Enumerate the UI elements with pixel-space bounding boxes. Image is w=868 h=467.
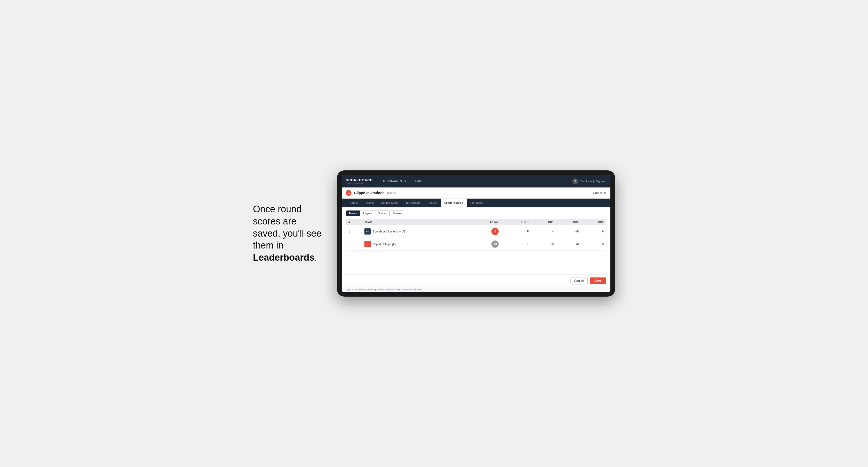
rd3-1: -6 <box>581 225 606 238</box>
save-button[interactable]: Save <box>590 277 606 284</box>
tab-details[interactable]: Details <box>346 198 362 207</box>
col-header-rank: # <box>346 219 362 225</box>
desc-line3: saved, you'll see <box>253 228 321 239</box>
user-text: Test User | <box>580 180 594 183</box>
tab-teams[interactable]: Teams <box>362 198 377 207</box>
nav-link-tournaments[interactable]: TOURNAMENTS <box>379 175 409 187</box>
sub-tab-players[interactable]: Players <box>360 211 375 216</box>
tab-printables[interactable]: Printables <box>467 198 487 207</box>
thru-1: F <box>501 225 531 238</box>
table-row: 2 C Clippd College [A] +3 <box>346 238 606 251</box>
col-header-rd2: RD2 <box>556 219 582 225</box>
tournament-header: C Clippd Invitational (Men) Cancel ✕ <box>342 187 610 198</box>
table-header-row: # TEAM TOTAL THRU RD1 RD2 RD3 <box>346 219 606 225</box>
logo-sub: Powered by clippd <box>346 182 373 184</box>
tournament-title: Clippd Invitational <box>354 191 385 195</box>
nav-links: TOURNAMENTS TEAMS <box>379 175 572 187</box>
team-name-2: Clippd College [A] <box>373 243 396 246</box>
nav-right: S Test User | Sign out <box>572 179 606 184</box>
tournament-subtitle: (Men) <box>387 191 396 195</box>
desc-line4: them in <box>253 240 283 251</box>
logo-title: SCOREBOARD <box>346 178 373 182</box>
content-spacer <box>342 254 610 274</box>
tab-leaderboards[interactable]: Leaderboards <box>441 198 467 207</box>
desc-line2: scores are <box>253 216 297 226</box>
sub-tab-teams[interactable]: Teams <box>346 211 360 216</box>
col-header-team: TEAM <box>362 219 468 225</box>
page-wrapper: Once round scores are saved, you'll see … <box>253 170 615 297</box>
col-header-total: TOTAL <box>468 219 501 225</box>
desc-line1: Once round <box>253 204 302 214</box>
team-cell-1: SU Scoreboard University [A] <box>362 225 468 238</box>
desc-line5-bold: Leaderboards <box>253 252 314 263</box>
total-1: -5 <box>468 225 501 238</box>
sub-tabs: Teams Players Scores Strokes <box>346 211 606 216</box>
tournament-cancel-button[interactable]: Cancel ✕ <box>593 191 606 195</box>
total-2: +3 <box>468 238 501 251</box>
rd3-2: +3 <box>581 238 606 251</box>
rd1-2: +8 <box>531 238 556 251</box>
signout-link[interactable]: Sign out <box>596 180 606 183</box>
tablet-device: SCOREBOARD Powered by clippd TOURNAMENTS… <box>337 170 615 297</box>
desc-period: . <box>314 252 317 263</box>
sub-tab-strokes[interactable]: Strokes <box>390 211 405 216</box>
col-header-rd1: RD1 <box>531 219 556 225</box>
nav-link-teams[interactable]: TEAMS <box>409 175 427 187</box>
status-url: https://stage-blue-coach.stagescoreboard… <box>346 288 422 291</box>
team-cell-2: C Clippd College [A] <box>362 238 468 251</box>
nav-bar: SCOREBOARD Powered by clippd TOURNAMENTS… <box>342 175 610 187</box>
tab-course-setup[interactable]: Course Setup <box>377 198 402 207</box>
thru-2: F <box>501 238 531 251</box>
footer-bar: Cancel Save <box>342 274 610 287</box>
cancel-button[interactable]: Cancel <box>570 277 588 284</box>
avatar: S <box>572 179 578 184</box>
col-header-rd3: RD3 <box>581 219 606 225</box>
tournament-logo: C <box>346 190 351 196</box>
team-logo-2: C <box>365 241 371 247</box>
status-bar: https://stage-blue-coach.stagescoreboard… <box>342 287 610 292</box>
rank-2: 2 <box>346 238 362 251</box>
rd2-1: +5 <box>556 225 582 238</box>
sub-tab-scores[interactable]: Scores <box>375 211 390 216</box>
team-logo-1: SU <box>365 228 371 235</box>
tabs-bar: Details Teams Course Setup Tee Groups Re… <box>342 198 610 207</box>
tab-tee-groups[interactable]: Tee Groups <box>402 198 424 207</box>
col-header-thru: THRU <box>501 219 531 225</box>
table-row: 1 SU Scoreboard University [A] -5 <box>346 225 606 238</box>
rd1-1: -4 <box>531 225 556 238</box>
team-name-1: Scoreboard University [A] <box>373 230 405 233</box>
tablet-screen: SCOREBOARD Powered by clippd TOURNAMENTS… <box>342 175 610 292</box>
score-badge-2: +3 <box>491 241 499 248</box>
tab-results[interactable]: Results <box>424 198 441 207</box>
nav-logo: SCOREBOARD Powered by clippd <box>346 178 373 184</box>
leaderboard-table: # TEAM TOTAL THRU RD1 RD2 RD3 <box>346 219 606 251</box>
description-text: Once round scores are saved, you'll see … <box>253 203 321 264</box>
score-badge-1: -5 <box>491 228 499 235</box>
rd2-2: -8 <box>556 238 582 251</box>
leaderboard-area: Teams Players Scores Strokes # TEAM TOTA… <box>342 207 610 254</box>
rank-1: 1 <box>346 225 362 238</box>
